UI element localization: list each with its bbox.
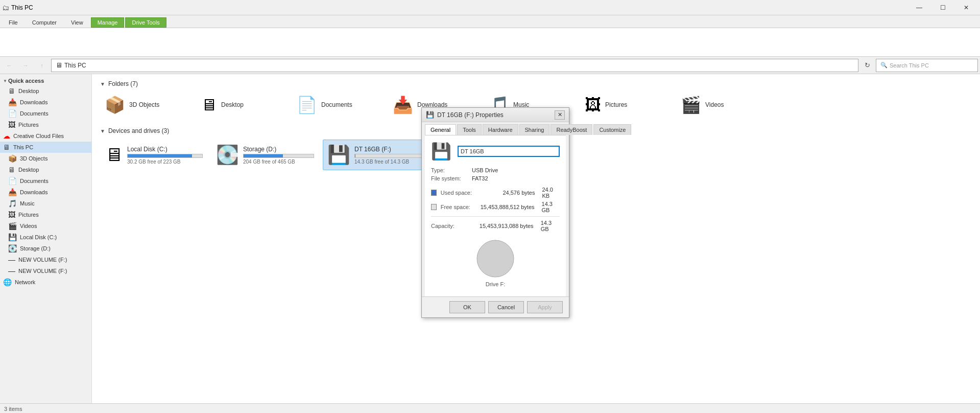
address-field[interactable]: 🖥 This PC — [51, 59, 858, 72]
sidebar-item-documents[interactable]: 📄 Documents — [0, 108, 91, 119]
folder-pictures[interactable]: 🖼 Pictures — [580, 93, 672, 117]
downloads-icon: 📥 — [8, 98, 17, 106]
folder-documents-icon: 📄 — [297, 95, 317, 114]
folder-downloads-icon: 📥 — [393, 95, 413, 114]
tab-computer[interactable]: Computer — [26, 17, 63, 28]
documents-icon: 📄 — [8, 109, 17, 118]
up-button[interactable]: ↑ — [35, 59, 49, 72]
sidebar-item-downloads[interactable]: 📥 Downloads — [0, 97, 91, 108]
minimize-button[interactable]: — — [907, 0, 931, 15]
dialog-tab-hardware[interactable]: Hardware — [483, 124, 518, 135]
address-path: This PC — [64, 62, 86, 69]
drive-f-name: DT 16GB (F:) — [354, 146, 425, 153]
tab-drive-tools[interactable]: Drive Tools — [125, 17, 166, 28]
free-color-box — [431, 204, 437, 210]
dialog-tab-general[interactable]: General — [425, 124, 456, 135]
tab-view[interactable]: View — [64, 17, 90, 28]
folder-documents[interactable]: 📄 Documents — [292, 93, 384, 117]
folder-3d-objects[interactable]: 📦 3D Objects — [100, 93, 192, 117]
search-placeholder: Search This PC — [890, 62, 929, 68]
drive-c[interactable]: 🖥 Local Disk (C:) 30.2 GB free of 223 GB — [100, 140, 207, 170]
sidebar-item-network[interactable]: 🌐 Network — [0, 277, 91, 288]
sidebar-item-pictures-pc[interactable]: 🖼 Pictures — [0, 209, 91, 220]
folder-videos[interactable]: 🎬 Videos — [676, 93, 768, 117]
sidebar-item-pictures[interactable]: 🖼 Pictures — [0, 119, 91, 130]
status-bar: 3 items — [0, 403, 980, 413]
dialog-type-row: Type: USB Drive — [431, 167, 560, 173]
sidebar-item-documents-pc[interactable]: 📄 Documents — [0, 175, 91, 187]
refresh-button[interactable]: ↻ — [861, 59, 874, 72]
dialog-apply-button[interactable]: Apply — [527, 301, 563, 313]
drive-f-bar — [355, 154, 355, 157]
documents-pc-icon: 📄 — [8, 177, 17, 185]
sidebar-quick-access-header[interactable]: ▼ Quick access — [0, 76, 91, 85]
capacity-label: Capacity: — [431, 223, 468, 229]
drive-d[interactable]: 💽 Storage (D:) 204 GB free of 465 GB — [211, 140, 319, 170]
drive-d-bar-container — [243, 154, 314, 158]
dialog-cancel-button[interactable]: Cancel — [488, 301, 524, 313]
dialog-title-icon: 💾 — [426, 111, 434, 119]
forward-button[interactable]: → — [18, 59, 33, 72]
dialog-used-row: Used space: 24,576 bytes 24.0 KB — [431, 187, 560, 199]
dialog-capacity-row: Capacity: 15,453,913,088 bytes 14.3 GB — [431, 216, 560, 232]
drive-c-bar — [128, 154, 192, 157]
maximize-button[interactable]: ☐ — [931, 0, 954, 15]
dialog-type-label: Type: — [431, 167, 472, 173]
drive-d-space: 204 GB free of 465 GB — [243, 159, 314, 165]
dialog-filesystem-label: File system: — [431, 175, 472, 181]
drive-c-icon: 🖥 — [105, 144, 123, 166]
free-size: 14.3 GB — [542, 201, 560, 213]
search-field[interactable]: 🔍 Search This PC — [876, 59, 978, 72]
quick-access-label: Quick access — [8, 78, 44, 84]
drive-f[interactable]: 💾 DT 16GB (F:) 14.3 GB free of 14.3 GB — [323, 140, 430, 170]
sidebar-item-new-volume-f1[interactable]: — NEW VOLUME (F:) — [0, 254, 91, 265]
drives-toggle[interactable]: ▼ — [100, 128, 105, 134]
tab-file[interactable]: File — [2, 17, 25, 28]
folder-desktop-name: Desktop — [221, 101, 244, 108]
properties-dialog: 💾 DT 16GB (F:) Properties ✕ General Tool… — [421, 107, 569, 318]
sidebar-item-desktop-pc[interactable]: 🖥 Desktop — [0, 164, 91, 175]
close-button[interactable]: ✕ — [954, 0, 978, 15]
sidebar-item-new-volume-f2[interactable]: — NEW VOLUME (F:) — [0, 265, 91, 277]
free-bytes: 15,453,888,512 bytes — [476, 204, 534, 210]
sidebar-item-downloads-pc[interactable]: 📥 Downloads — [0, 187, 91, 198]
folders-toggle[interactable]: ▼ — [100, 81, 105, 87]
sidebar-item-3d-objects[interactable]: 📦 3D Objects — [0, 153, 91, 164]
drive-f-bar-container — [354, 154, 425, 158]
dialog-tab-readyboost[interactable]: ReadyBoost — [551, 124, 592, 135]
sidebar-item-desktop[interactable]: 🖥 Desktop — [0, 85, 91, 97]
sidebar-item-music[interactable]: 🎵 Music — [0, 198, 91, 209]
window-title: This PC — [11, 4, 33, 11]
sidebar-item-creative-cloud[interactable]: ☁ Creative Cloud Files — [0, 130, 91, 142]
dialog-titlebar: 💾 DT 16GB (F:) Properties ✕ — [422, 108, 569, 122]
sidebar-item-videos[interactable]: 🎬 Videos — [0, 220, 91, 232]
dialog-tab-tools[interactable]: Tools — [457, 124, 482, 135]
drive-d-info: Storage (D:) 204 GB free of 465 GB — [243, 146, 314, 165]
sidebar-item-storage-d[interactable]: 💽 Storage (D:) — [0, 243, 91, 254]
capacity-bytes: 15,453,913,088 bytes — [472, 223, 533, 229]
used-size: 24.0 KB — [542, 187, 560, 199]
dialog-tabs: General Tools Hardware Sharing ReadyBoos… — [422, 122, 569, 135]
dialog-drive-name-input[interactable] — [458, 146, 560, 157]
dialog-tab-customize[interactable]: Customize — [593, 124, 631, 135]
free-label: Free space: — [441, 204, 472, 210]
dialog-close-button[interactable]: ✕ — [555, 110, 565, 120]
dialog-tab-sharing[interactable]: Sharing — [519, 124, 550, 135]
desktop-pc-icon: 🖥 — [8, 166, 15, 174]
drive-f-info: DT 16GB (F:) 14.3 GB free of 14.3 GB — [354, 146, 425, 165]
folder-pictures-icon: 🖼 — [585, 96, 601, 114]
folder-3d-name: 3D Objects — [129, 101, 159, 108]
dialog-ok-button[interactable]: OK — [449, 301, 485, 313]
dialog-type-value: USB Drive — [472, 167, 498, 173]
back-button[interactable]: ← — [2, 59, 16, 72]
drive-d-name: Storage (D:) — [243, 146, 314, 153]
sidebar-item-local-disk[interactable]: 💾 Local Disk (C:) — [0, 232, 91, 243]
network-icon: 🌐 — [3, 278, 12, 286]
tab-manage[interactable]: Manage — [91, 17, 125, 28]
pie-container: Drive F: — [431, 238, 560, 287]
sidebar-item-this-pc[interactable]: 🖥 This PC — [0, 142, 91, 153]
pictures-pc-icon: 🖼 — [8, 211, 15, 219]
dialog-drive-icon: 💾 — [431, 142, 451, 161]
dialog-filesystem-value: FAT32 — [472, 175, 488, 181]
folder-desktop[interactable]: 🖥 Desktop — [196, 93, 288, 117]
